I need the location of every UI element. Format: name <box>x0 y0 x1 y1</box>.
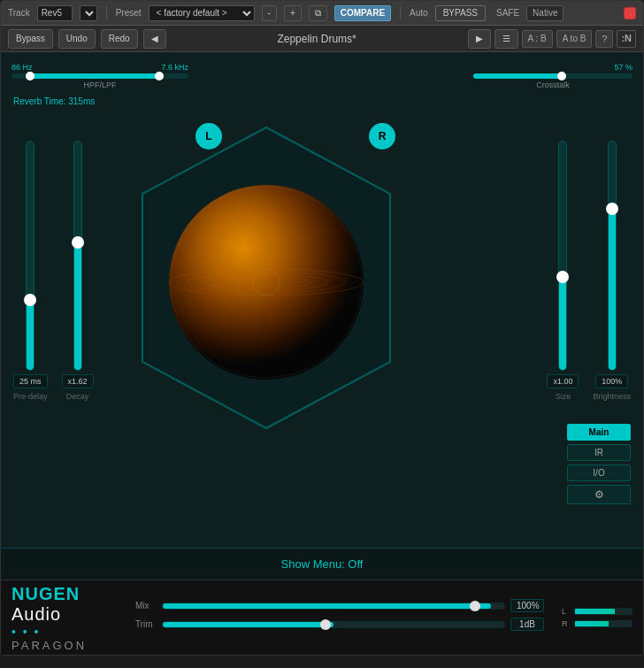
hpf-lpf-label: HPF/LPF <box>12 81 188 89</box>
l-meter-row: L <box>562 607 632 616</box>
brightness-value[interactable]: 100% <box>595 374 628 388</box>
hpf-value: 86 Hz <box>12 63 33 72</box>
mix-value[interactable]: 100% <box>510 599 544 612</box>
reverb-time: Reverb Time: 315ms <box>13 96 95 106</box>
trim-value[interactable]: 1dB <box>510 618 544 631</box>
close-button[interactable] <box>624 7 636 19</box>
show-menu-text: Show Menu: Off <box>281 557 364 571</box>
logo-gen: GEN <box>39 584 80 603</box>
preset-label: Preset <box>116 8 142 18</box>
logo-nu: NU <box>12 584 39 603</box>
rev-input[interactable] <box>37 5 73 21</box>
trim-row: Trim 1dB <box>135 618 544 631</box>
play-button[interactable]: ▶ <box>468 29 491 49</box>
lr-meters: L R <box>562 607 632 628</box>
redo-button[interactable]: Redo <box>101 29 138 49</box>
mix-track[interactable] <box>162 603 505 610</box>
l-meter-track <box>574 608 632 615</box>
back-button[interactable]: ◀ <box>143 29 166 49</box>
brightness-label: Brightness <box>593 392 631 401</box>
crosstalk-thumb[interactable] <box>557 72 566 81</box>
decay-track[interactable] <box>73 141 82 371</box>
preset-dropdown[interactable]: < factory default > <box>149 5 255 21</box>
brightness-thumb[interactable] <box>606 203 618 215</box>
brightness-track[interactable] <box>608 141 617 371</box>
crosstalk-value: 57 % <box>614 63 632 72</box>
right-sliders: x1.00 Size 100% Brightness <box>547 141 631 401</box>
a-select[interactable]: a <box>80 5 97 21</box>
mix-thumb[interactable] <box>470 601 480 611</box>
size-value[interactable]: x1.00 <box>547 374 579 388</box>
decay-thumb[interactable] <box>72 236 84 249</box>
crosstalk-track[interactable] <box>473 73 632 79</box>
nugen-logo: NUGEN Audio • • • PARAGON <box>12 584 118 652</box>
left-sliders: 25 ms Pre-delay x1.62 Decay <box>13 141 94 401</box>
crosstalk-section: 57 % Crosstalk <box>473 63 632 89</box>
tab-buttons: Main IR I/O ⚙ <box>567 424 631 504</box>
tab-gear[interactable]: ⚙ <box>567 485 631 504</box>
trim-label: Trim <box>135 619 157 629</box>
track-label: Track <box>8 8 30 18</box>
tab-ir[interactable]: IR <box>567 444 631 461</box>
r-meter-row: R <box>562 619 632 628</box>
bypass-btn2[interactable]: Bypass <box>8 29 53 49</box>
undo-button[interactable]: Undo <box>58 29 96 49</box>
bottom-bar: NUGEN Audio • • • PARAGON Mix 100% Trim <box>1 580 643 655</box>
sep2 <box>400 6 401 20</box>
logo-text: NUGEN Audio <box>12 584 80 624</box>
size-slider: x1.00 Size <box>547 141 579 401</box>
reverb-visualizer <box>116 101 417 455</box>
bypass-button[interactable]: BYPASS <box>435 5 486 21</box>
r-meter-label: R <box>562 619 571 628</box>
pre-delay-label: Pre-delay <box>13 392 48 401</box>
ab-button[interactable]: A : B <box>522 30 553 48</box>
logo-paragon: PARAGON <box>12 639 118 652</box>
pre-delay-thumb[interactable] <box>24 294 36 306</box>
mix-row: Mix 100% <box>135 599 544 612</box>
show-menu-bar[interactable]: Show Menu: Off <box>1 548 643 580</box>
decay-slider: x1.62 Decay <box>62 141 94 401</box>
r-meter-track <box>574 620 632 627</box>
size-track[interactable] <box>558 141 567 371</box>
pre-delay-track[interactable] <box>26 141 34 371</box>
help-button[interactable]: ? <box>595 30 613 48</box>
logo-dots: • • • <box>12 625 118 639</box>
mix-trim-section: Mix 100% Trim 1dB <box>128 599 551 636</box>
decay-value[interactable]: x1.62 <box>62 374 94 388</box>
pre-delay-value[interactable]: 25 ms <box>13 374 48 388</box>
plus-button[interactable]: + <box>284 5 302 21</box>
tab-main[interactable]: Main <box>567 424 631 441</box>
mix-label: Mix <box>135 601 157 610</box>
pre-delay-slider: 25 ms Pre-delay <box>13 141 48 401</box>
hpf-lpf-section: 86 Hz 7.6 kHz HPF/LPF <box>12 63 188 89</box>
decay-label: Decay <box>66 392 89 401</box>
tab-io[interactable]: I/O <box>567 465 631 481</box>
svg-point-1 <box>169 185 364 380</box>
lpf-value: 7.6 kHz <box>161 63 188 72</box>
auto-label: Auto <box>410 8 428 18</box>
playlist-button[interactable]: ☰ <box>494 29 518 49</box>
safe-label: SAFE <box>496 8 519 18</box>
trim-thumb[interactable] <box>320 619 331 630</box>
a-to-b-button[interactable]: A to B <box>556 30 593 48</box>
copy-button[interactable]: ⧉ <box>309 5 327 21</box>
compare-button[interactable]: COMPARE <box>334 5 391 21</box>
brightness-slider: 100% Brightness <box>593 141 631 401</box>
logo-audio: Audio <box>12 604 61 624</box>
nugen-logo-button[interactable]: :N <box>617 30 636 48</box>
sep1 <box>106 6 107 20</box>
hpf-lpf-track[interactable] <box>12 73 188 79</box>
hpf-thumb[interactable] <box>26 72 34 81</box>
preset-name: Zeppelin Drums* <box>172 33 463 45</box>
trim-track[interactable] <box>162 621 505 628</box>
crosstalk-label: Crosstalk <box>473 81 632 89</box>
lpf-thumb[interactable] <box>155 72 164 81</box>
l-meter-label: L <box>562 607 571 616</box>
size-label: Size <box>556 392 571 401</box>
size-thumb[interactable] <box>556 271 569 283</box>
plugin-main: 86 Hz 7.6 kHz HPF/LPF 57 % Crosstalk Rev… <box>1 52 643 548</box>
minus-button[interactable]: - <box>262 5 277 21</box>
native-button[interactable]: Native <box>526 5 564 21</box>
